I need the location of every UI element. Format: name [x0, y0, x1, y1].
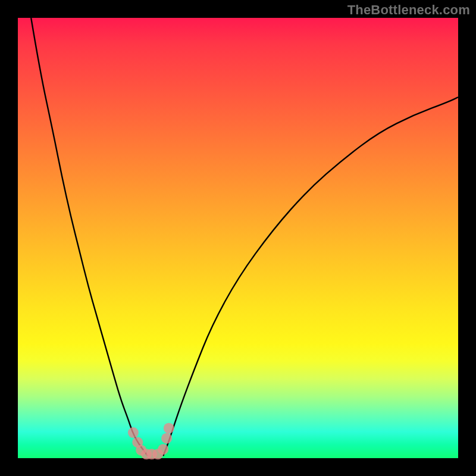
- curve-left: [31, 18, 148, 456]
- data-marker: [158, 444, 168, 455]
- data-marker: [164, 423, 174, 434]
- plot-area: [18, 18, 458, 458]
- attribution-text: TheBottleneck.com: [347, 2, 470, 18]
- data-marker: [161, 433, 172, 444]
- data-marker: [128, 427, 139, 438]
- curve-right: [163, 97, 458, 456]
- marker-group: [128, 423, 174, 460]
- chart-svg: [18, 18, 458, 458]
- chart-frame: TheBottleneck.com: [0, 0, 476, 476]
